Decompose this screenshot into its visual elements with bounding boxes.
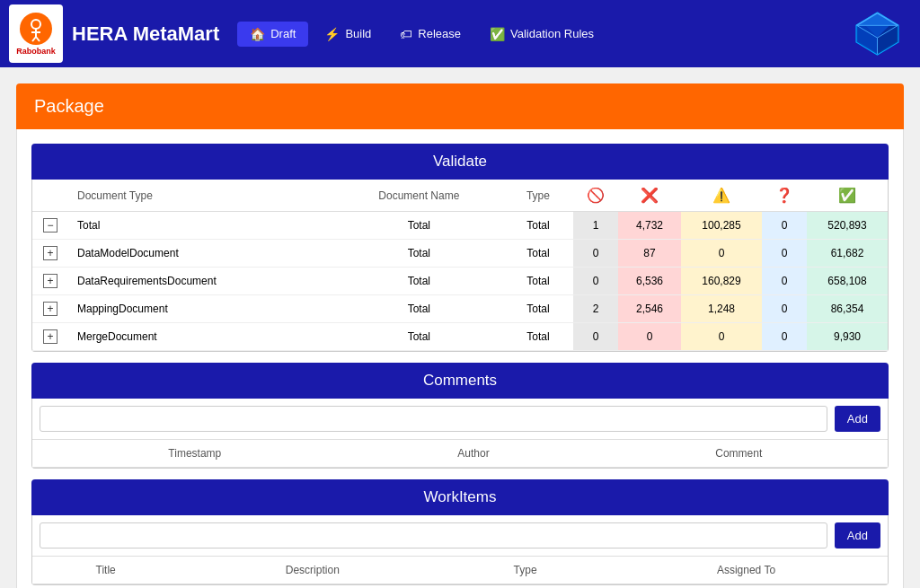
- draft-icon: 🏠: [250, 27, 265, 41]
- numeric-cell: 100,285: [681, 212, 762, 240]
- nav-validation-rules[interactable]: ✅ Validation Rules: [477, 22, 606, 47]
- doc-type-cell: Total: [68, 212, 335, 240]
- numeric-cell: 61,682: [807, 240, 888, 268]
- type-cell: Total: [503, 212, 573, 240]
- type-cell: Total: [503, 268, 573, 295]
- error-icon: ❌: [641, 188, 659, 203]
- logo-circle: [20, 13, 52, 45]
- expand-btn[interactable]: +: [43, 246, 58, 260]
- diamond-logo: [853, 9, 902, 61]
- numeric-cell: 0: [762, 212, 807, 240]
- question-icon: ❓: [775, 188, 793, 203]
- numeric-cell: 86,354: [807, 295, 888, 323]
- col-doc-name: Document Name: [335, 180, 503, 212]
- package-body: Validate Document Type Document Name Typ…: [16, 129, 904, 588]
- workitems-add-button[interactable]: Add: [835, 522, 880, 549]
- numeric-cell: 9,930: [807, 323, 888, 351]
- comments-input-row: Add: [32, 399, 888, 440]
- logo-text: Rabobank: [16, 47, 56, 56]
- workitems-body: Add Title Description Type Assigned To: [31, 515, 889, 585]
- comments-section: Comments Add Timestamp Author Comment: [31, 363, 889, 469]
- comments-col-timestamp: Timestamp: [32, 440, 358, 468]
- workitems-input-row: Add: [32, 515, 888, 557]
- wi-col-assigned: Assigned To: [605, 557, 888, 584]
- expand-btn[interactable]: +: [43, 302, 58, 316]
- doc-name-cell: Total: [335, 295, 503, 323]
- doc-name-cell: Total: [335, 323, 503, 351]
- numeric-cell: 160,829: [681, 268, 762, 295]
- warning-icon: ⚠️: [712, 188, 730, 203]
- numeric-cell: 0: [762, 295, 807, 323]
- numeric-cell: 0: [681, 240, 762, 268]
- type-cell: Total: [503, 323, 573, 351]
- build-icon: ⚡: [324, 27, 340, 41]
- nav-draft[interactable]: 🏠 Draft: [237, 22, 308, 47]
- comments-header: Comments: [31, 363, 889, 399]
- doc-type-cell: DataModelDocument: [68, 240, 335, 268]
- col-doc-type: Document Type: [68, 180, 335, 212]
- nav-draft-label: Draft: [270, 27, 296, 40]
- type-cell: Total: [503, 295, 573, 323]
- workitems-header: WorkItems: [31, 479, 889, 515]
- comments-col-comment: Comment: [589, 440, 888, 468]
- nav-release-label: Release: [418, 27, 461, 40]
- comments-add-button[interactable]: Add: [835, 406, 880, 432]
- workitems-input[interactable]: [40, 522, 827, 549]
- numeric-cell: 0: [573, 268, 618, 295]
- numeric-cell: 0: [618, 323, 681, 351]
- numeric-cell: 1: [573, 212, 618, 240]
- expand-btn[interactable]: −: [43, 218, 58, 233]
- numeric-cell: 658,108: [807, 268, 888, 295]
- expand-btn[interactable]: +: [43, 329, 58, 344]
- doc-type-cell: DataRequirementsDocument: [68, 268, 335, 295]
- app-title: HERA MetaMart: [72, 22, 219, 46]
- numeric-cell: 2,546: [618, 295, 681, 323]
- numeric-cell: 0: [573, 240, 618, 268]
- type-cell: Total: [503, 240, 573, 268]
- comments-body: Add Timestamp Author Comment: [31, 399, 889, 469]
- logo: Rabobank: [9, 4, 63, 63]
- doc-name-cell: Total: [335, 212, 503, 240]
- comments-input[interactable]: [40, 406, 827, 432]
- col-type: Type: [503, 180, 573, 212]
- release-icon: 🏷: [400, 27, 412, 41]
- doc-name-cell: Total: [335, 268, 503, 295]
- wi-col-description: Description: [179, 557, 446, 584]
- doc-type-cell: MappingDocument: [68, 295, 335, 323]
- expand-btn[interactable]: +: [43, 274, 58, 288]
- svg-marker-9: [857, 13, 898, 26]
- validate-section: Validate Document Type Document Name Typ…: [31, 144, 889, 352]
- numeric-cell: 4,732: [618, 212, 681, 240]
- doc-name-cell: Total: [335, 240, 503, 268]
- doc-type-cell: MergeDocument: [68, 323, 335, 351]
- numeric-cell: 0: [762, 240, 807, 268]
- numeric-cell: 6,536: [618, 268, 681, 295]
- success-icon: ✅: [838, 188, 856, 203]
- numeric-cell: 0: [762, 268, 807, 295]
- numeric-cell: 0: [681, 323, 762, 351]
- wi-col-title: Title: [32, 557, 179, 584]
- numeric-cell: 0: [573, 323, 618, 351]
- wi-col-type: Type: [446, 557, 605, 584]
- numeric-cell: 2: [573, 295, 618, 323]
- validate-table: Document Type Document Name Type 🚫 ❌ ⚠️ …: [32, 180, 888, 351]
- workitems-table: Title Description Type Assigned To: [32, 557, 888, 584]
- numeric-cell: 87: [618, 240, 681, 268]
- app-header: Rabobank HERA MetaMart 🏠 Draft ⚡ Build 🏷…: [0, 0, 920, 67]
- main-content: Package Validate Document Type Document …: [0, 67, 920, 588]
- package-header: Package: [16, 83, 904, 129]
- blocked-icon: 🚫: [587, 188, 605, 203]
- nav-build-label: Build: [345, 27, 371, 40]
- validation-icon: ✅: [490, 27, 505, 41]
- nav-release[interactable]: 🏷 Release: [387, 22, 473, 47]
- workitems-section: WorkItems Add Title Description Type Ass…: [31, 479, 889, 585]
- nav-build[interactable]: ⚡ Build: [312, 22, 384, 47]
- svg-point-0: [31, 20, 40, 29]
- numeric-cell: 0: [762, 323, 807, 351]
- validate-body: Document Type Document Name Type 🚫 ❌ ⚠️ …: [31, 180, 889, 352]
- nav-validation-label: Validation Rules: [510, 27, 594, 40]
- numeric-cell: 1,248: [681, 295, 762, 323]
- numeric-cell: 520,893: [807, 212, 888, 240]
- top-nav: 🏠 Draft ⚡ Build 🏷 Release ✅ Validation R…: [237, 22, 606, 47]
- comments-table: Timestamp Author Comment: [32, 440, 888, 468]
